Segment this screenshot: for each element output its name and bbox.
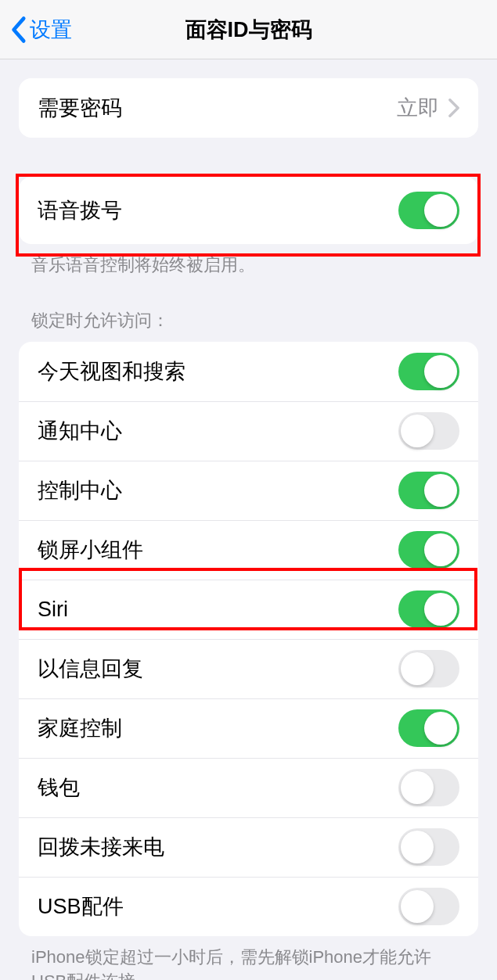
cell-require-passcode[interactable]: 需要密码 立即 [19, 78, 478, 138]
chevron-right-icon [448, 99, 459, 117]
cell-label: 回拨未接来电 [38, 833, 164, 861]
chevron-left-icon [9, 16, 27, 44]
cell-right: 立即 [397, 94, 459, 122]
cell-label: Siri [38, 598, 68, 622]
voice-dial-footer: 音乐语音控制将始终被启用。 [0, 244, 497, 278]
content: 需要密码 立即 语音拨号 音乐语音控制将始终被启用。 锁定时允许访问： 今天视图… [0, 59, 497, 980]
toggle-locked-item[interactable] [398, 412, 459, 450]
toggle-knob [424, 712, 457, 745]
cell-label: 需要密码 [38, 94, 122, 122]
back-button[interactable]: 设置 [0, 16, 72, 44]
toggle-knob [401, 831, 434, 863]
toggle-knob [424, 194, 457, 227]
toggle-knob [401, 415, 434, 447]
toggle-locked-item[interactable] [398, 650, 459, 687]
cell-label: 家庭控制 [38, 714, 122, 742]
locked-access-footer: iPhone锁定超过一小时后，需先解锁iPhone才能允许USB配件连接。 [0, 936, 497, 980]
toggle-knob [401, 771, 434, 804]
cell-label: 以信息回复 [38, 655, 143, 683]
toggle-locked-item[interactable] [398, 472, 459, 509]
cell-label: 语音拨号 [38, 196, 122, 224]
toggle-knob [424, 474, 457, 507]
toggle-locked-item[interactable] [398, 531, 459, 569]
cell-label: 今天视图和搜索 [38, 357, 185, 386]
cell-locked-item: 回拨未接来电 [19, 817, 478, 877]
cell-value: 立即 [397, 94, 439, 122]
cell-label: 控制中心 [38, 476, 122, 504]
toggle-knob [424, 355, 457, 388]
toggle-knob [424, 533, 457, 566]
cell-locked-item: USB配件 [19, 877, 478, 936]
back-label: 设置 [30, 16, 72, 44]
cell-locked-item: Siri [19, 580, 478, 639]
cell-label: 钱包 [38, 774, 80, 802]
toggle-locked-item[interactable] [398, 709, 459, 747]
group-voice-dial: 语音拨号 [19, 177, 478, 244]
cell-voice-dial: 语音拨号 [19, 177, 478, 244]
cell-locked-item: 锁屏小组件 [19, 520, 478, 580]
toggle-locked-item[interactable] [398, 888, 459, 925]
cell-locked-item: 以信息回复 [19, 639, 478, 698]
page-title: 面容ID与密码 [0, 16, 497, 44]
toggle-knob [401, 652, 434, 685]
toggle-locked-item[interactable] [398, 828, 459, 866]
group-locked-access: 今天视图和搜索通知中心控制中心锁屏小组件Siri以信息回复家庭控制钱包回拨未接来… [19, 342, 478, 936]
toggle-locked-item[interactable] [398, 769, 459, 806]
toggle-knob [401, 890, 434, 923]
group-passcode: 需要密码 立即 [19, 78, 478, 138]
cell-locked-item: 通知中心 [19, 401, 478, 461]
cell-locked-item: 家庭控制 [19, 698, 478, 758]
cell-label: USB配件 [38, 892, 124, 921]
cell-label: 锁屏小组件 [38, 536, 143, 564]
toggle-locked-item[interactable] [398, 353, 459, 390]
cell-label: 通知中心 [38, 417, 122, 445]
toggle-locked-item[interactable] [398, 591, 459, 628]
navigation-bar: 设置 面容ID与密码 [0, 0, 497, 59]
locked-access-header: 锁定时允许访问： [0, 309, 497, 342]
toggle-knob [424, 593, 457, 626]
cell-locked-item: 控制中心 [19, 461, 478, 520]
cell-locked-item: 钱包 [19, 758, 478, 817]
cell-locked-item: 今天视图和搜索 [19, 342, 478, 401]
toggle-voice-dial[interactable] [398, 192, 459, 229]
